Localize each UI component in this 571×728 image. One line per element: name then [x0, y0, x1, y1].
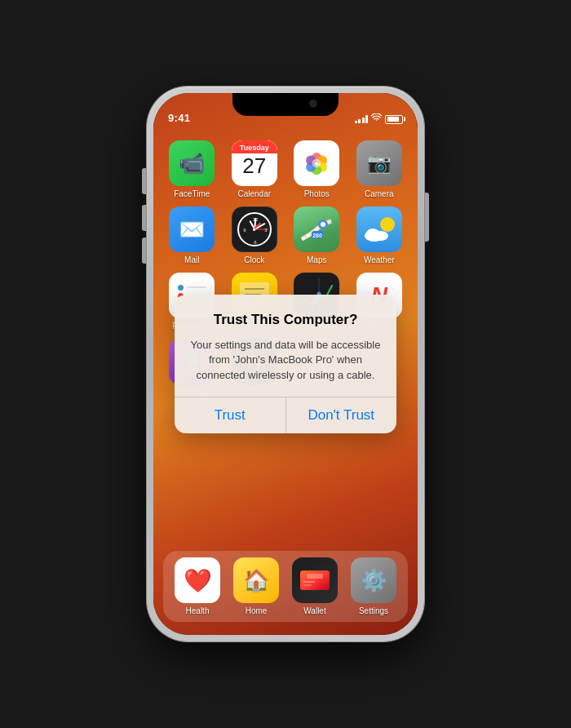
trust-button[interactable]: Trust: [175, 397, 286, 433]
phone-frame: 9:41: [147, 87, 424, 641]
alert-overlay: Trust This Computer? Your settings and d…: [153, 93, 418, 635]
phone-screen-container: 9:41: [153, 93, 418, 635]
alert-title: Trust This Computer?: [189, 311, 382, 329]
alert-buttons: Trust Don't Trust: [175, 397, 396, 433]
home-screen: 9:41: [153, 93, 418, 635]
alert-content: Trust This Computer? Your settings and d…: [175, 295, 396, 397]
dont-trust-button[interactable]: Don't Trust: [286, 397, 397, 433]
trust-alert: Trust This Computer? Your settings and d…: [175, 295, 396, 433]
alert-message: Your settings and data will be accessibl…: [189, 338, 382, 384]
